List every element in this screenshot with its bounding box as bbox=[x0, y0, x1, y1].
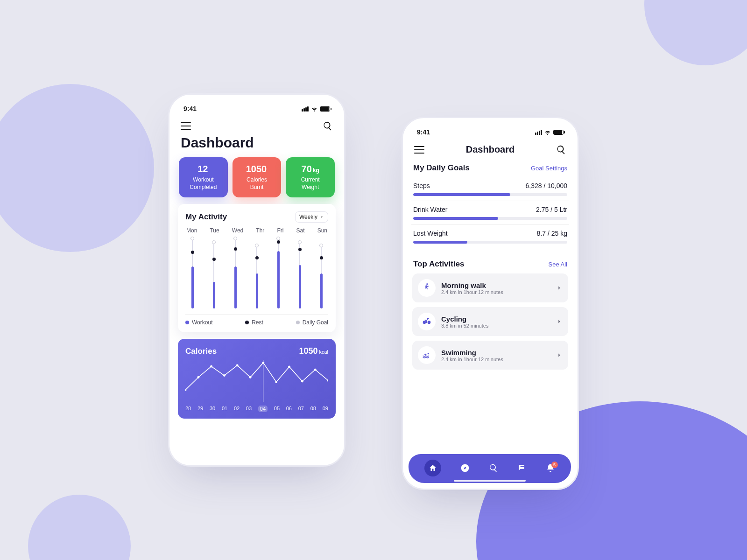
run-icon bbox=[418, 279, 436, 297]
goal-value: 6,328 / 10,000 bbox=[525, 182, 567, 189]
date-label[interactable]: 04 bbox=[258, 406, 268, 412]
svg-point-7 bbox=[262, 362, 264, 364]
notifications-badge: 5 bbox=[551, 462, 558, 468]
activity-column bbox=[273, 238, 283, 308]
svg-point-9 bbox=[288, 366, 290, 368]
search-icon[interactable] bbox=[323, 121, 333, 131]
daily-goals-title: My Daily Goals bbox=[413, 163, 470, 173]
top-bar bbox=[178, 116, 336, 135]
status-bar: 9:41 bbox=[178, 103, 336, 116]
bike-icon bbox=[418, 313, 436, 330]
activity-columns-chart bbox=[185, 238, 328, 308]
see-all-link[interactable]: See All bbox=[549, 261, 567, 268]
calories-line-chart bbox=[185, 360, 328, 402]
date-label[interactable]: 03 bbox=[246, 406, 252, 412]
nav-search[interactable] bbox=[489, 463, 498, 473]
calories-dates: 282930010203040506070809 bbox=[185, 406, 328, 412]
activity-item[interactable]: Cycling3.8 km in 52 minutes bbox=[412, 307, 568, 336]
activity-title: Cycling bbox=[441, 315, 550, 323]
date-label[interactable]: 30 bbox=[210, 406, 215, 412]
activity-item[interactable]: Morning walk2.4 km in 1hour 12 minutes bbox=[412, 273, 568, 302]
activity-item[interactable]: Swimming2.4 km in 1hour 12 minutes bbox=[412, 341, 568, 370]
menu-icon[interactable] bbox=[181, 122, 191, 130]
date-label[interactable]: 02 bbox=[234, 406, 240, 412]
goal-item: Steps6,328 / 10,000 bbox=[411, 177, 569, 201]
svg-point-4 bbox=[223, 374, 226, 377]
stat-value: 70 bbox=[302, 164, 312, 174]
activity-subtitle: 2.4 km in 1hour 12 minutes bbox=[441, 357, 550, 362]
svg-point-3 bbox=[210, 365, 212, 368]
page-title: Dashboard bbox=[178, 135, 336, 157]
activity-legend: Workout Rest Daily Goal bbox=[185, 314, 328, 326]
svg-point-2 bbox=[197, 376, 199, 378]
stat-workout-completed[interactable]: 12 WorkoutCompleted bbox=[179, 157, 228, 197]
calories-title: Calories bbox=[185, 347, 217, 356]
chevron-down-icon bbox=[319, 215, 324, 219]
progress-bar bbox=[413, 241, 567, 244]
stat-value: 12 bbox=[197, 164, 208, 174]
wifi-icon bbox=[544, 129, 551, 135]
phone-dashboard-main: 9:41 Dashboard 12 WorkoutCompleted 1050 … bbox=[168, 93, 345, 467]
activity-column bbox=[295, 238, 305, 308]
activity-column bbox=[187, 238, 197, 308]
goal-value: 8.7 / 25 kg bbox=[537, 230, 567, 237]
date-label[interactable]: 07 bbox=[298, 406, 304, 412]
progress-bar bbox=[413, 217, 567, 220]
svg-point-10 bbox=[301, 380, 303, 383]
nav-explore[interactable] bbox=[460, 463, 470, 473]
activity-column bbox=[230, 238, 240, 308]
my-activity-card: My Activity Weekly MonTueWedThrFriSatSun… bbox=[178, 204, 336, 332]
date-label[interactable]: 28 bbox=[185, 406, 191, 412]
home-indicator bbox=[454, 480, 525, 482]
wifi-icon bbox=[311, 105, 317, 112]
chevron-right-icon bbox=[556, 285, 563, 291]
goal-value: 2.75 / 5 Ltr bbox=[536, 206, 567, 213]
battery-icon bbox=[320, 106, 330, 112]
goal-label: Steps bbox=[413, 182, 430, 189]
goals-list: Steps6,328 / 10,000Drink Water2.75 / 5 L… bbox=[411, 177, 569, 248]
battery-icon bbox=[553, 130, 564, 135]
search-icon[interactable] bbox=[556, 145, 566, 155]
stat-value: 1050 bbox=[246, 164, 267, 174]
goal-item: Drink Water2.75 / 5 Ltr bbox=[411, 201, 569, 225]
activity-subtitle: 3.8 km in 52 minutes bbox=[441, 323, 550, 329]
activity-title: Morning walk bbox=[441, 281, 550, 289]
activity-column bbox=[316, 238, 326, 308]
stat-calories-burnt[interactable]: 1050 CaloriesBurnt bbox=[233, 157, 282, 197]
calories-card: Calories 1050kcal 2829300102030405060708… bbox=[178, 339, 336, 419]
date-label[interactable]: 29 bbox=[197, 406, 203, 412]
activity-title: Swimming bbox=[441, 349, 550, 357]
date-label[interactable]: 08 bbox=[310, 406, 316, 412]
chevron-right-icon bbox=[556, 352, 563, 358]
svg-point-8 bbox=[275, 381, 277, 383]
nav-chat[interactable] bbox=[517, 463, 527, 473]
date-label[interactable]: 06 bbox=[286, 406, 292, 412]
goal-label: Drink Water bbox=[413, 206, 447, 213]
stat-current-weight[interactable]: 70kg CurrentWeight bbox=[286, 157, 335, 197]
period-selector[interactable]: Weekly bbox=[295, 211, 328, 223]
signal-icon bbox=[535, 130, 542, 135]
date-label[interactable]: 05 bbox=[274, 406, 280, 412]
top-activities-title: Top Activities bbox=[413, 259, 465, 269]
signal-icon bbox=[302, 106, 309, 112]
date-label[interactable]: 09 bbox=[323, 406, 328, 412]
svg-point-13 bbox=[427, 318, 429, 319]
menu-icon[interactable] bbox=[414, 146, 424, 154]
calories-value: 1050 bbox=[299, 346, 317, 356]
swim-icon bbox=[418, 346, 436, 364]
status-bar: 9:41 bbox=[411, 126, 569, 140]
top-bar: Dashboard bbox=[411, 140, 569, 159]
goal-settings-link[interactable]: Goal Settings bbox=[531, 165, 567, 172]
date-label[interactable]: 01 bbox=[222, 406, 227, 412]
svg-point-11 bbox=[314, 369, 317, 371]
nav-home[interactable] bbox=[424, 460, 441, 476]
phone-dashboard-goals: 9:41 Dashboard My Daily Goals Goal Setti… bbox=[402, 117, 579, 490]
activity-column bbox=[252, 238, 262, 308]
status-time: 9:41 bbox=[183, 105, 197, 112]
progress-bar bbox=[413, 193, 567, 196]
svg-point-6 bbox=[249, 376, 252, 378]
day-labels: MonTueWedThrFriSatSun bbox=[185, 227, 328, 234]
activity-column bbox=[209, 238, 219, 308]
activity-subtitle: 2.4 km in 1hour 12 minutes bbox=[441, 289, 550, 295]
goal-item: Lost Weight8.7 / 25 kg bbox=[411, 225, 569, 248]
